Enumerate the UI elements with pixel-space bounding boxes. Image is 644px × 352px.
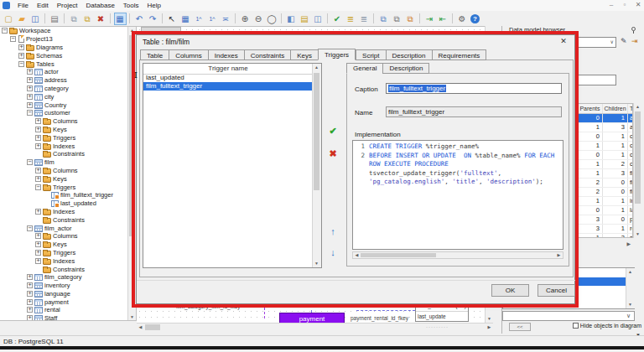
pin-icon[interactable] [631, 27, 636, 34]
export-icon[interactable]: ⇥ [631, 37, 638, 45]
expander-icon[interactable]: + [35, 258, 41, 264]
tree-item-rental[interactable]: +rental [0, 306, 136, 314]
detail-view-1-icon[interactable]: 1ᴬ [193, 13, 205, 25]
expander-icon[interactable]: + [27, 102, 33, 108]
expander-icon[interactable]: + [27, 315, 33, 321]
tree-item-film-category[interactable]: +film_category [0, 273, 136, 282]
tree-item-keys[interactable]: +Keys [0, 126, 136, 134]
hide-objects-checkbox[interactable] [573, 323, 579, 329]
zoom-out-icon[interactable]: ⊖ [252, 13, 265, 25]
print-icon[interactable]: ▤ [49, 13, 61, 25]
tree-item-tables[interactable]: −Tables [0, 60, 136, 68]
expander-icon[interactable]: + [27, 85, 33, 91]
model-explorer-icon[interactable]: ≣ [345, 13, 357, 25]
tree-item-film[interactable]: −film [0, 158, 136, 167]
scroll-down-icon[interactable]: ▼ [626, 301, 634, 308]
scroll-thumb[interactable] [145, 324, 160, 330]
scroll-right-icon[interactable]: ▶ [486, 324, 493, 331]
paste-icon[interactable]: ⧉ [81, 13, 94, 25]
expander-icon[interactable]: − [27, 225, 33, 231]
menu-tools[interactable]: Tools [119, 2, 143, 9]
delete-icon[interactable]: ✖ [95, 13, 107, 25]
expander-icon[interactable]: + [35, 135, 41, 141]
scroll-down-icon[interactable]: ▼ [128, 313, 136, 321]
expander-icon[interactable]: − [35, 184, 41, 190]
zoom-reset-icon[interactable]: ◯ [266, 13, 278, 25]
menu-edit[interactable]: Edit [33, 2, 53, 9]
tree-item-keys[interactable]: +Keys [0, 241, 136, 249]
tree-item-constraints[interactable]: Constraints [0, 265, 136, 273]
tree-item-triggers[interactable]: +Triggers [0, 249, 136, 257]
panel-view-icon[interactable]: ◧ [285, 13, 298, 25]
grid-vscrollbar[interactable]: ▲ ▼ [633, 103, 642, 238]
menu-project[interactable]: Project [53, 2, 82, 9]
expander-icon[interactable]: − [10, 36, 16, 42]
new-model-icon[interactable]: ▢ [3, 13, 15, 25]
validate-model-icon[interactable]: ✔ [331, 13, 344, 25]
expander-icon[interactable]: + [27, 307, 33, 313]
tree-item-columns[interactable]: +Columns [0, 117, 136, 126]
model-refresh-icon[interactable]: ≣ [358, 13, 371, 25]
expander-icon[interactable]: − [2, 28, 8, 34]
tree-item-columns[interactable]: +Columns [0, 232, 136, 241]
tree-item-constraints[interactable]: Constraints [0, 215, 136, 224]
tree-item-triggers[interactable]: −Triggers [0, 183, 136, 191]
tree-item-diagrams[interactable]: +Diagrams [0, 44, 136, 52]
tree-item-staff[interactable]: +Staff [0, 314, 136, 321]
scroll-right-icon[interactable]: ▶ [626, 241, 631, 246]
settings-icon[interactable]: ⚙ [456, 13, 469, 25]
tree-item-indexes[interactable]: +Indexes [0, 208, 136, 216]
scroll-left-icon[interactable]: ◀ [137, 324, 144, 331]
tree-item-constraints[interactable]: Constraints [0, 150, 136, 158]
export-data-icon[interactable]: ⇤ [437, 13, 449, 25]
expander-icon[interactable]: + [27, 274, 33, 280]
edit-icon[interactable]: ✎ [621, 37, 627, 45]
expander-icon[interactable]: − [27, 159, 33, 165]
expander-icon[interactable]: + [27, 69, 33, 75]
payment-table-node[interactable]: payment [279, 313, 345, 323]
expander-icon[interactable]: − [18, 61, 24, 67]
duplicate-icon[interactable]: ⧉ [377, 13, 390, 25]
list-vscrollbar[interactable]: ▲ ▼ [626, 268, 635, 308]
scroll-up-icon[interactable]: ▲ [626, 268, 634, 276]
tree-item-category[interactable]: +category [0, 85, 136, 93]
expander-icon[interactable]: + [35, 233, 41, 239]
expander-icon[interactable]: + [27, 299, 33, 305]
scroll-down-icon[interactable]: ▼ [486, 315, 493, 323]
expander-icon[interactable]: + [18, 44, 24, 50]
save-model-icon[interactable]: ◫ [29, 13, 42, 25]
tree-item-payment[interactable]: +payment [0, 298, 136, 306]
tree-item-columns[interactable]: +Columns [0, 167, 136, 175]
tree-item-keys[interactable]: +Keys [0, 174, 136, 183]
scroll-down-icon[interactable]: ▼ [634, 230, 641, 238]
tree-item-indexes[interactable]: +Indexes [0, 142, 136, 150]
canvas-hscrollbar[interactable]: ◀ ········· ▶ [137, 323, 493, 332]
menu-help[interactable]: Help [143, 2, 165, 9]
minimize-icon[interactable]: – [607, 0, 615, 10]
copy-objects-icon[interactable]: ⧉ [404, 13, 417, 25]
copy-script-icon[interactable]: ⧉ [391, 13, 403, 25]
expander-icon[interactable]: + [35, 127, 41, 132]
restore-icon[interactable]: ▫ [621, 0, 629, 10]
expander-icon[interactable]: + [35, 176, 41, 182]
expander-icon[interactable]: + [35, 143, 41, 149]
scroll-up-icon[interactable]: ▲ [634, 103, 641, 111]
detail-view-2-icon[interactable]: 1ᴬ [206, 13, 219, 25]
expander-icon[interactable]: + [35, 209, 41, 215]
expander-icon[interactable]: + [35, 118, 41, 124]
menu-file[interactable]: File [13, 2, 33, 9]
expander-icon[interactable]: + [18, 53, 24, 59]
open-model-icon[interactable]: ▰ [16, 13, 29, 25]
copy-icon[interactable]: ⧉ [68, 13, 80, 25]
tree-item-film-actor[interactable]: −film_actor [0, 224, 136, 232]
close-icon[interactable]: ✕ [634, 0, 642, 10]
add-table-icon[interactable]: ▦ [179, 13, 192, 25]
scroll-thumb[interactable] [635, 111, 641, 204]
expander-icon[interactable]: + [35, 250, 41, 256]
expander-icon[interactable]: + [27, 282, 33, 288]
tree-item-address[interactable]: +address [0, 76, 136, 85]
tree-item-project13[interactable]: −Project13 [0, 35, 136, 44]
undo-icon[interactable]: ↶ [133, 13, 146, 25]
tree-item-workspace[interactable]: −Workspace [0, 27, 136, 35]
expander-icon[interactable]: + [35, 168, 41, 173]
